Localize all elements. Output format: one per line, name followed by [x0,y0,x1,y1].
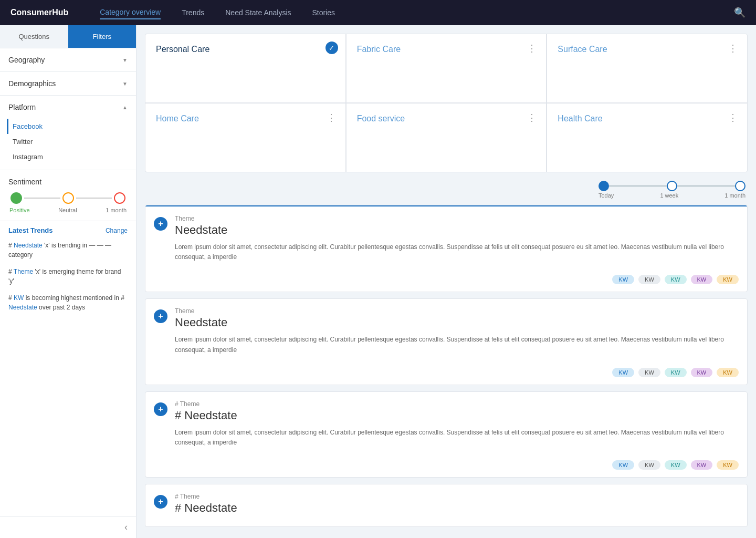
time-dot-month[interactable] [735,181,746,191]
tag-kw-3-1[interactable]: KW [612,460,634,470]
tab-filters[interactable]: Filters [68,25,136,48]
category-card-fabric-care[interactable]: Fabric Care ⋮ [346,34,547,102]
latest-trends-section: Latest Trends Change # Needstate 'x' is … [0,221,136,516]
top-navigation: ConsumerHub Category overview Trends Nee… [0,0,756,25]
expand-card-1-button[interactable]: + [154,217,167,231]
time-dot-today[interactable] [598,181,609,191]
tab-questions[interactable]: Questions [0,25,68,48]
tag-kw-1-2[interactable]: KW [638,275,660,284]
tag-kw-1-5[interactable]: KW [717,275,739,284]
tag-kw-2-5[interactable]: KW [717,368,739,377]
category-name-personal-care: Personal Care [156,45,209,54]
theme-label-3: # Theme [175,400,737,408]
time-label-month: 1 month [724,192,746,199]
need-state-card-1: + Theme Needstate Lorem ipsum dolor sit … [145,205,748,292]
latest-trends-header: Latest Trends Change [8,226,128,234]
sentiment-month-label: 1 month [106,207,127,213]
sentiment-neutral-label: Neutral [58,207,77,213]
filter-platform: Platform ▲ Facebook Twitter Instagram [0,96,136,170]
sentiment-positive-dot[interactable] [10,192,22,204]
category-menu-fabric-care[interactable]: ⋮ [527,43,538,54]
category-name-fabric-care: Fabric Care [357,45,401,54]
category-name-food-service: Food service [357,114,405,123]
time-dots-row [598,181,746,191]
filter-platform-header[interactable]: Platform ▲ [0,96,136,119]
trend-needstate-link-2[interactable]: Needstate [8,304,37,311]
card-title-1: Needstate [175,223,737,237]
category-menu-surface-care[interactable]: ⋮ [728,43,739,54]
filter-geography-header[interactable]: Geography ▼ [0,48,136,71]
time-dot-week[interactable] [667,181,677,191]
sidebar: Questions Filters Geography ▼ Demographi… [0,25,136,538]
time-slider-row: Today 1 week 1 month [145,181,748,199]
category-card-personal-care[interactable]: Personal Care ✓ [145,34,345,102]
nav-category-overview[interactable]: Category overview [100,6,161,19]
main-layout: Questions Filters Geography ▼ Demographi… [0,25,756,538]
sidebar-tabs: Questions Filters [0,25,136,48]
card-top-4: + # Theme # Needstate [145,484,747,526]
theme-label-4: # Theme [175,493,737,500]
time-slider-wrap: Today 1 week 1 month [598,181,746,199]
trends-change-button[interactable]: Change [106,227,128,234]
app-logo: ConsumerHub [10,8,68,17]
category-name-surface-care: Surface Care [558,45,607,54]
nav-need-state-analysis[interactable]: Need State Analysis [225,6,291,19]
category-menu-health-care[interactable]: ⋮ [728,112,739,123]
card-tags-1: KW KW KW KW KW [145,275,747,292]
expand-card-2-button[interactable]: + [154,309,167,323]
category-grid: Personal Care ✓ Fabric Care ⋮ Surface Ca… [145,34,748,172]
platform-arrow-icon: ▲ [122,105,128,110]
sidebar-collapse: ‹ [0,516,136,538]
trend-needstate-link-1[interactable]: Needstate [14,242,43,249]
category-card-home-care[interactable]: Home Care ⋮ [145,104,345,172]
platform-item-twitter[interactable]: Twitter [13,134,128,149]
card-desc-1: Lorem ipsum dolor sit amet, consectetur … [175,242,737,262]
category-card-surface-care[interactable]: Surface Care ⋮ [547,34,747,102]
card-title-2: Needstate [175,316,737,329]
need-state-card-2: + Theme Needstate Lorem ipsum dolor sit … [145,298,748,385]
card-title-4: # Needstate [175,501,737,515]
category-name-health-care: Health Care [558,114,602,123]
main-content: Personal Care ✓ Fabric Care ⋮ Surface Ca… [136,25,756,538]
sentiment-neutral-dot[interactable] [62,192,74,204]
category-menu-food-service[interactable]: ⋮ [527,112,538,123]
expand-card-3-button[interactable]: + [154,402,167,416]
tag-kw-3-2[interactable]: KW [638,460,660,470]
latest-trends-title: Latest Trends [8,226,53,234]
trend-item-3: # KW is becoming highest mentioned in # … [8,293,128,312]
tag-kw-2-4[interactable]: KW [691,368,713,377]
tag-kw-3-3[interactable]: KW [665,460,687,470]
filter-geography-label: Geography [8,56,45,64]
theme-label-1: Theme [175,215,737,222]
card-title-3: # Needstate [175,409,737,422]
time-label-today: Today [598,192,614,199]
tag-kw-1-3[interactable]: KW [665,275,687,284]
platform-item-facebook[interactable]: Facebook [7,119,128,134]
card-desc-2: Lorem ipsum dolor sit amet, consectetur … [175,335,737,355]
tag-kw-2-1[interactable]: KW [612,368,634,377]
tag-kw-3-4[interactable]: KW [691,460,713,470]
need-state-card-3: + # Theme # Needstate Lorem ipsum dolor … [145,391,748,478]
sentiment-slider[interactable] [8,192,128,204]
platform-item-instagram[interactable]: Instagram [13,149,128,164]
trend-theme-link[interactable]: Theme [14,268,33,275]
tag-kw-2-2[interactable]: KW [638,368,660,377]
collapse-sidebar-button[interactable]: ‹ [124,522,128,533]
nav-stories[interactable]: Stories [312,6,335,19]
tag-kw-3-5[interactable]: KW [717,460,739,470]
sentiment-negative-dot[interactable] [114,192,125,204]
category-menu-home-care[interactable]: ⋮ [327,112,337,123]
search-icon[interactable]: 🔍 [734,7,746,18]
tag-kw-1-4[interactable]: KW [691,275,713,284]
trend-kw-link[interactable]: KW [14,294,24,302]
tag-kw-2-3[interactable]: KW [665,368,687,377]
category-card-health-care[interactable]: Health Care ⋮ [547,104,747,172]
trend-item-2: # Theme 'x' is emerging theme for brand … [8,267,128,286]
filter-demographics-header[interactable]: Demographics ▼ [0,72,136,95]
tag-kw-1-1[interactable]: KW [612,275,634,284]
expand-card-4-button[interactable]: + [154,495,167,509]
nav-trends[interactable]: Trends [182,6,204,19]
sentiment-filter: Sentiment Positive Neutral 1 month [0,170,136,221]
filter-demographics: Demographics ▼ [0,72,136,96]
category-card-food-service[interactable]: Food service ⋮ [346,104,547,172]
